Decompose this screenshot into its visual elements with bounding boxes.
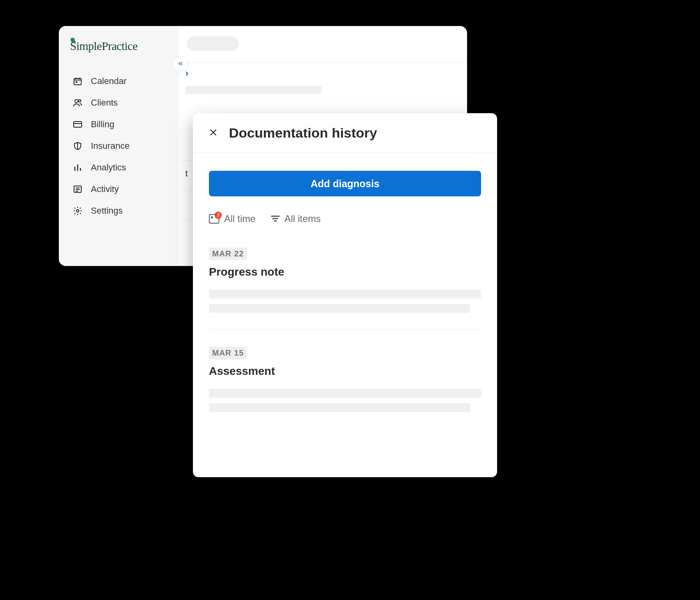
sidebar-item-label: Activity bbox=[91, 184, 119, 194]
svg-point-6 bbox=[76, 210, 79, 212]
placeholder-pill bbox=[187, 36, 239, 51]
panel-title: Documentation history bbox=[229, 125, 377, 141]
filter-badge: 3 bbox=[215, 212, 222, 219]
sidebar-item-label: Clients bbox=[91, 98, 118, 108]
placeholder-line bbox=[209, 389, 481, 398]
calendar-icon bbox=[72, 76, 83, 86]
sidebar-item-label: Billing bbox=[91, 119, 114, 130]
panel-body: Add diagnosis 3 All time All items MAR 2… bbox=[193, 152, 497, 412]
sidebar-item-analytics[interactable]: Analytics bbox=[70, 157, 171, 178]
brand-name: SimplePractice bbox=[70, 40, 138, 53]
entry-date: MAR 15 bbox=[209, 347, 247, 359]
filter-time-label: All time bbox=[224, 213, 256, 224]
sidebar-nav: Calendar Clients Billing Insurance bbox=[70, 70, 171, 222]
date-range-icon: 3 bbox=[209, 214, 219, 224]
analytics-icon bbox=[72, 162, 83, 173]
sidebar-collapse-button[interactable] bbox=[172, 56, 189, 72]
placeholder-line bbox=[209, 304, 470, 313]
sidebar: SimplePractice Calendar Clients Billing bbox=[59, 26, 179, 266]
sidebar-item-label: Calendar bbox=[91, 76, 126, 86]
svg-rect-1 bbox=[76, 81, 77, 83]
svg-point-2 bbox=[75, 100, 78, 103]
sidebar-item-label: Analytics bbox=[91, 162, 126, 173]
sidebar-item-settings[interactable]: Settings bbox=[70, 200, 171, 222]
chevron-double-left-icon bbox=[177, 60, 184, 69]
entry-title: Assessment bbox=[209, 365, 481, 378]
close-button[interactable] bbox=[207, 126, 220, 140]
placeholder-line bbox=[209, 290, 481, 298]
add-diagnosis-button[interactable]: Add diagnosis bbox=[209, 171, 481, 196]
sidebar-item-calendar[interactable]: Calendar bbox=[70, 70, 171, 92]
placeholder-bar bbox=[185, 86, 321, 94]
filter-icon bbox=[271, 216, 280, 222]
svg-rect-4 bbox=[74, 122, 82, 127]
placeholder-line bbox=[209, 403, 470, 412]
close-icon bbox=[209, 128, 218, 139]
documentation-history-panel: Documentation history Add diagnosis 3 Al… bbox=[193, 113, 497, 477]
sidebar-item-billing[interactable]: Billing bbox=[70, 114, 171, 135]
shield-icon bbox=[72, 141, 83, 151]
sidebar-item-insurance[interactable]: Insurance bbox=[70, 135, 171, 157]
divider bbox=[179, 62, 467, 62]
gear-icon bbox=[72, 206, 83, 216]
sidebar-item-label: Insurance bbox=[91, 141, 130, 151]
sidebar-item-activity[interactable]: Activity bbox=[70, 178, 171, 200]
filter-time[interactable]: 3 All time bbox=[209, 213, 256, 224]
activity-icon bbox=[72, 184, 83, 194]
sidebar-item-label: Settings bbox=[91, 206, 123, 216]
panel-header: Documentation history bbox=[193, 113, 497, 152]
brand-logo: SimplePractice bbox=[70, 40, 171, 53]
billing-icon bbox=[72, 119, 83, 130]
filter-items[interactable]: All items bbox=[271, 213, 321, 224]
entry-date: MAR 22 bbox=[209, 248, 247, 260]
entry-title: Progress note bbox=[209, 266, 481, 278]
sidebar-item-clients[interactable]: Clients bbox=[70, 92, 171, 114]
svg-rect-0 bbox=[74, 78, 81, 85]
svg-point-3 bbox=[78, 100, 81, 102]
clients-icon bbox=[72, 98, 83, 108]
partial-text: t bbox=[185, 168, 188, 179]
history-entry[interactable]: MAR 15 Assessment bbox=[209, 330, 481, 412]
filter-row: 3 All time All items bbox=[209, 213, 481, 224]
filter-items-label: All items bbox=[285, 213, 321, 224]
partial-link: › bbox=[185, 68, 197, 77]
history-entry[interactable]: MAR 22 Progress note bbox=[209, 248, 481, 313]
